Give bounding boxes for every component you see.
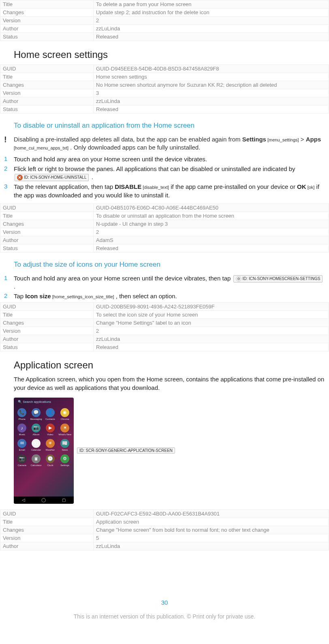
phone-app-icon: ⚙ xyxy=(60,454,69,463)
phone-app-icon: 31 xyxy=(32,439,41,448)
meta-key: Author xyxy=(0,542,94,550)
meta-val: Released xyxy=(94,33,329,41)
text: Tap the relevant application, then tap xyxy=(14,183,115,190)
meta-val: No Home screen shortcut anymore for Suzu… xyxy=(94,81,329,89)
disable-label: DISABLE xyxy=(115,183,141,190)
meta-key: Version xyxy=(0,89,94,97)
meta-table-t1: TitleTo delete a pane from your Home scr… xyxy=(0,0,329,41)
phone-app-label: Calculator xyxy=(31,464,42,466)
text: . xyxy=(14,283,15,290)
meta-val: zzLuLinda xyxy=(94,542,329,550)
warning-text: Disabling a pre-installed app deletes al… xyxy=(14,135,325,152)
apps-label: Apps xyxy=(306,136,321,143)
meta-val: Update step 2; add instruction for the d… xyxy=(94,9,329,17)
heading-home-screen-settings: Home screen settings xyxy=(14,49,329,60)
phone-app-icon: 👤 xyxy=(46,408,55,417)
phone-app-label: Video xyxy=(47,433,53,436)
meta-key: GUID xyxy=(0,203,94,212)
meta-key: Title xyxy=(0,73,94,81)
phone-app-icon: 📞 xyxy=(17,408,26,417)
meta-key: GUID xyxy=(0,509,94,518)
meta-key: Status xyxy=(0,33,94,41)
meta-val: Home screen settings xyxy=(94,73,329,81)
phone-app-icon: ▶ xyxy=(46,424,55,432)
meta-table-t2: GUIDGUID-D945EEE8-54DB-40D8-B5D3-847458A… xyxy=(0,64,329,113)
phone-app: ✶What's New xyxy=(58,424,71,436)
step-number: 2 xyxy=(4,165,14,182)
meta-val: zzLuLinda xyxy=(94,25,329,33)
phone-app-icon: ☀ xyxy=(46,439,55,448)
meta-val: Application screen xyxy=(94,518,329,526)
meta-key: Author xyxy=(0,25,94,33)
id-box-homescreen-settings: ID: ICN-SONY-HOMESCREEN-SETTINGS xyxy=(233,275,323,282)
step-text: Touch and hold any area on your Home scr… xyxy=(14,274,325,291)
disable-key: [disable_text] xyxy=(141,185,169,190)
meta-val: To select the icon size of your Home scr… xyxy=(94,310,329,319)
step-row: 1 Touch and hold any area on your Home s… xyxy=(4,274,329,291)
phone-app: 🖩Calculator xyxy=(30,454,42,466)
page-number: 30 xyxy=(0,599,329,606)
phone-app-label: Contacts xyxy=(45,418,55,420)
warning-icon: ! xyxy=(4,135,14,152)
footer-text: This is an internet version of this publ… xyxy=(0,613,329,620)
meta-key: Changes xyxy=(0,319,94,327)
text: if the app came pre-installed on your de… xyxy=(169,183,297,190)
phone-app-icon: 📷 xyxy=(32,424,41,432)
meta-key: Status xyxy=(0,244,94,252)
settings-icon xyxy=(236,276,241,282)
ok-key: [ok] xyxy=(306,185,315,190)
phone-app: ◉Chrome xyxy=(58,408,71,420)
meta-val: GUID-F02CAFC3-E592-4B0D-AA00-E5631B4A930… xyxy=(94,509,329,518)
heading-application-screen: Application screen xyxy=(14,359,329,371)
phone-app-label: Clock xyxy=(47,464,53,466)
phone-app: 📰News xyxy=(58,439,71,451)
text: > xyxy=(299,136,306,143)
meta-val: To disable or uninstall an application f… xyxy=(94,212,329,220)
text: Disabling a pre-installed app deletes al… xyxy=(14,136,242,143)
text: . Only downloaded apps can be fully unin… xyxy=(68,144,200,151)
text: . xyxy=(90,173,93,180)
meta-key: Changes xyxy=(0,526,94,534)
meta-val: GUID-200B5E99-8091-4936-A242-521893FE059… xyxy=(94,302,329,310)
phone-app-label: Music xyxy=(19,433,25,436)
meta-val: zzLuLinda xyxy=(94,97,329,105)
meta-val: Released xyxy=(94,105,329,113)
text: Flick left or right to browse the panes.… xyxy=(14,165,295,172)
step-row: 1 Touch and hold any area on your Home s… xyxy=(4,155,329,163)
phone-app-label: Phone xyxy=(19,418,26,420)
meta-key: Title xyxy=(0,310,94,319)
phone-app: 📷Camera xyxy=(16,454,28,466)
settings-key: [menu_settings] xyxy=(266,137,299,142)
meta-key: Version xyxy=(0,228,94,236)
phone-app-icon: 📷 xyxy=(17,454,26,463)
step-number: 1 xyxy=(4,274,14,291)
meta-key: Status xyxy=(0,343,94,351)
nav-recent-icon: ▢ xyxy=(62,498,66,502)
meta-val: 5 xyxy=(94,534,329,542)
meta-key: Changes xyxy=(0,9,94,17)
meta-key: Changes xyxy=(0,81,94,89)
phone-navbar: ◁ ◯ ▢ xyxy=(14,496,74,504)
phone-app-label: Messaging xyxy=(30,418,42,420)
step-number: 1 xyxy=(4,155,14,163)
meta-val: GUID-04B51076-E06D-4C80-A06E-444BC469AE5… xyxy=(94,203,329,212)
uninstall-icon xyxy=(17,175,23,180)
phone-app-icon: ✶ xyxy=(60,424,69,432)
phone-app-label: News xyxy=(62,449,68,451)
step-text: Flick left or right to browse the panes.… xyxy=(14,165,325,182)
phone-app-label: Chrome xyxy=(60,418,69,420)
step-number: 3 xyxy=(4,183,14,199)
phone-app-icon: 🕒 xyxy=(46,454,55,463)
meta-val: zzLuLinda xyxy=(94,335,329,343)
meta-key: Author xyxy=(0,236,94,244)
phone-app-label: Calendar xyxy=(31,449,41,451)
meta-val: Change "Home Settings" label to an icon xyxy=(94,319,329,327)
nav-back-icon: ◁ xyxy=(22,498,25,502)
meta-val: 3 xyxy=(94,89,329,97)
phone-app-grid: 📞Phone💬Messaging👤Contacts◉Chrome♪Music📷A… xyxy=(16,408,71,466)
meta-val: Change "Home screen" from bold font to n… xyxy=(94,526,329,534)
phone-app: 🕒Clock xyxy=(45,454,56,466)
meta-val: Released xyxy=(94,343,329,351)
phone-app: ♪Music xyxy=(16,424,28,436)
meta-table-t4: GUIDGUID-200B5E99-8091-4936-A242-521893F… xyxy=(0,302,329,351)
